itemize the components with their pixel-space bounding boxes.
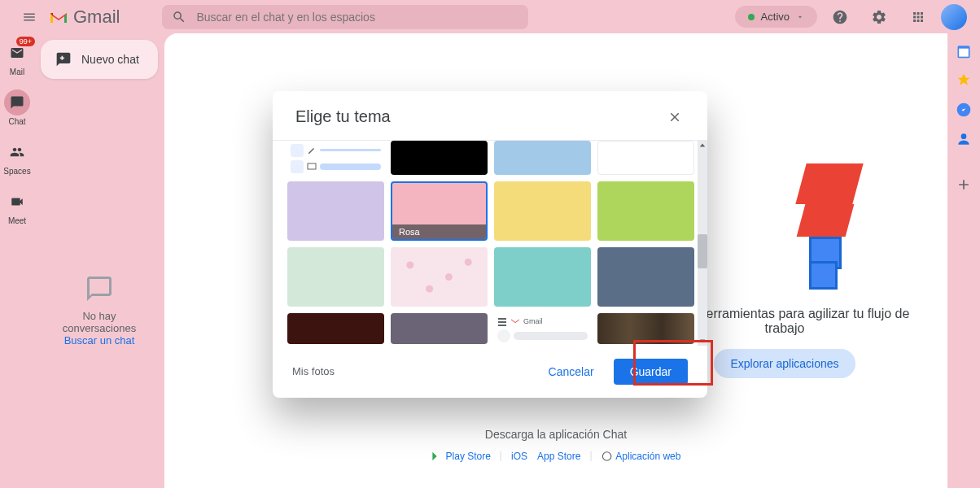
monitor-icon [307,162,317,172]
scroll-down-icon[interactable] [699,338,706,344]
dialog-title: Elige tu tema [295,107,391,126]
theme-tile-white[interactable] [597,141,694,175]
svg-rect-5 [308,163,316,169]
theme-dialog: Elige tu tema Rosa [273,91,707,398]
save-button[interactable]: Guardar [614,359,688,385]
theme-tile-teal[interactable] [494,247,591,307]
scroll-up-icon[interactable] [699,142,706,149]
dialog-body[interactable]: Rosa Gmail [273,141,707,346]
theme-tile-preview-light[interactable] [287,141,384,175]
pencil-icon [307,146,317,155]
cancel-button[interactable]: Cancelar [539,359,604,385]
theme-tile-preview-gmail[interactable]: Gmail [494,313,591,344]
close-icon [667,110,682,124]
theme-tile-pink-selected[interactable]: Rosa [391,181,488,241]
theme-tile-purplegray[interactable] [391,313,488,344]
hamburger-small-icon [497,316,507,326]
theme-tile-black[interactable] [391,141,488,175]
theme-tile-slate[interactable] [597,247,694,307]
theme-tile-cherry[interactable] [391,247,488,307]
theme-tile-wood[interactable] [597,313,694,344]
theme-tile-lavender[interactable] [287,181,384,241]
theme-label-rosa: Rosa [392,224,486,239]
theme-tile-lightblue[interactable] [494,141,591,175]
scrollbar-track[interactable] [698,141,707,346]
theme-tile-darkred[interactable] [287,313,384,344]
theme-tile-lime[interactable] [597,181,694,241]
scrollbar-thumb[interactable] [698,234,707,268]
gmail-small-icon [510,317,520,325]
theme-tile-yellow[interactable] [494,181,591,241]
theme-dialog-overlay: Elige tu tema Rosa [0,0,980,488]
my-photos-link[interactable]: Mis fotos [292,365,335,377]
dialog-close-button[interactable] [665,107,685,127]
theme-tile-mint[interactable] [287,247,384,307]
